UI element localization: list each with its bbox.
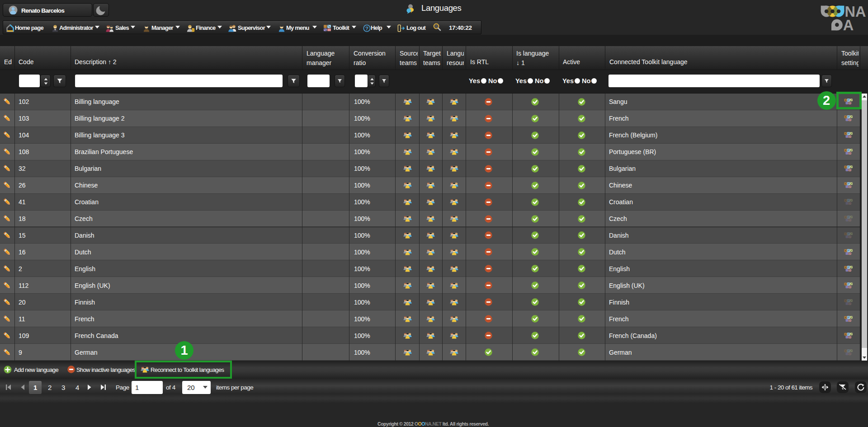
svg-text:A: A [843, 17, 854, 31]
svg-text:?: ? [365, 25, 368, 31]
